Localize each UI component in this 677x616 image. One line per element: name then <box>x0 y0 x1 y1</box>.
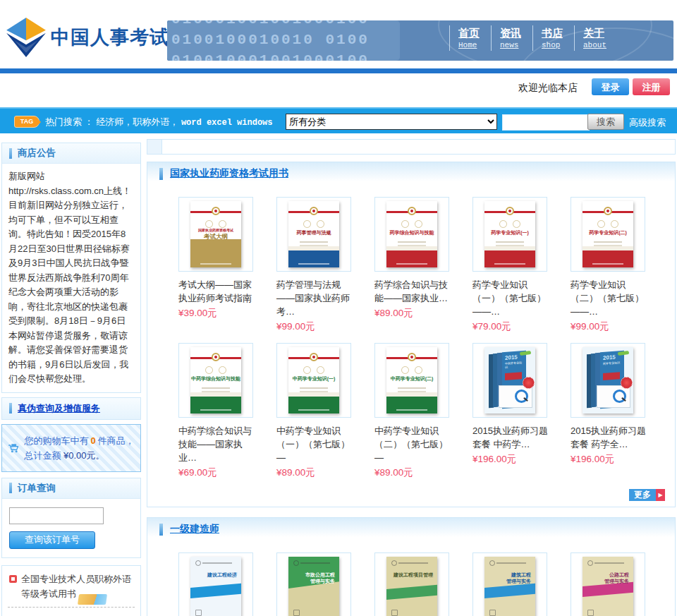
order-query-button[interactable]: 查询该订单号 <box>9 531 95 549</box>
book-cover-art: 国家执业药师资格考试考试大纲 <box>190 201 241 267</box>
book-cover-art: 建设工程经济 <box>190 557 241 616</box>
notice-box: 商店公告 新版网站 http://rsks.class.com.cn上线！目前新… <box>1 143 141 393</box>
book-cover-art: 公路工程 管理与实务 <box>583 557 633 616</box>
book-title-link[interactable]: 药学专业知识（二）（第七版）——… <box>571 278 649 318</box>
hot-search-terms-cn[interactable]: 经济师，职称外语， <box>96 116 178 127</box>
book-cover[interactable]: 药事管理与法规 <box>276 197 351 272</box>
book-section: 一级建造师 建设工程经济 2015年一级建造师 市政公用工程 管理与实务 201… <box>147 517 676 616</box>
book-cover[interactable]: 中药学专业知识(二) <box>374 343 449 418</box>
section-header: 国家执业药师资格考试用书 <box>147 162 675 185</box>
book-price: ¥89.00元 <box>374 466 449 479</box>
verify-services-link[interactable]: 真伪查询及增值服务 <box>18 402 100 415</box>
book-cover[interactable]: 药学专业知识(一) <box>472 197 547 272</box>
binary-row: 010010001001000100 <box>171 52 370 61</box>
header-banner: 010001001001000100 0100100010010 0100 01… <box>167 20 673 61</box>
topbar-icon-placeholder <box>147 140 162 154</box>
cart-summary: 您的购物车中有0件商品，总计金额 ¥0.00元。 <box>24 433 135 463</box>
book-cell: 2015中药学专业知识 2015执业药师习题套餐 中药学… ¥196.00元 <box>472 343 547 479</box>
book-price: ¥69.00元 <box>178 466 253 479</box>
book-cell: 中药学专业知识(一) 中药学专业知识（一）（第七版）— ¥89.00元 <box>276 343 351 479</box>
book-cover[interactable]: 国家执业药师资格考试考试大纲 <box>178 197 253 272</box>
notice-header: 商店公告 <box>2 143 140 164</box>
book-cover[interactable]: 公路工程 管理与实务 <box>571 552 645 616</box>
nav-shop[interactable]: 书店 shop <box>532 25 574 51</box>
register-button[interactable]: 注册 <box>633 78 670 95</box>
header-bar-icon <box>159 524 163 536</box>
notice-title: 商店公告 <box>18 147 56 159</box>
nav-news[interactable]: 资讯 news <box>491 25 532 51</box>
book-cell: 建设工程经济 2015年一级建造师 <box>178 552 253 616</box>
sections-host: 国家执业药师资格考试用书 国家执业药师资格考试考试大纲 考试大纲——国家执业药师… <box>147 162 676 616</box>
book-cover-art: 中药学综合知识与技能 <box>190 347 241 413</box>
book-price: ¥196.00元 <box>472 453 547 466</box>
header-bar-icon <box>159 168 163 180</box>
book-title-link[interactable]: 药学综合知识与技能——国家执业… <box>374 278 453 305</box>
page: 中国人事考试图书网 010001001001000100 01001000100… <box>0 0 677 616</box>
book-price: ¥89.00元 <box>276 466 351 479</box>
nav-about[interactable]: 关于 about <box>574 25 618 51</box>
section-title[interactable]: 国家执业药师资格考试用书 <box>170 167 288 180</box>
category-title-link[interactable]: 全国专业技术人员职称外语等级考试用书 <box>8 572 135 601</box>
section-title[interactable]: 一级建造师 <box>170 523 219 536</box>
book-cover-art: 药学综合知识与技能 <box>386 201 437 267</box>
book-cell: 药学综合知识与技能 药学综合知识与技能——国家执业… ¥89.00元 <box>374 197 449 333</box>
book-title-link[interactable]: 药学专业知识（一）（第七版）——… <box>472 278 551 318</box>
order-query-header: 订单查询 <box>2 478 140 499</box>
verify-box: 真伪查询及增值服务 <box>1 397 141 420</box>
book-title-link[interactable]: 中药学专业知识（二）（第七版）— <box>374 424 453 464</box>
book-cover-art: 2015药学专业知识 <box>583 347 633 413</box>
category-select[interactable]: 所有分类 <box>286 114 497 130</box>
header-bar-icon <box>9 483 12 493</box>
book-cover[interactable]: 市政公用工程 管理与实务 <box>276 552 351 616</box>
book-cover-art: 中药学专业知识(一) <box>288 347 339 413</box>
book-title-link[interactable]: 考试大纲——国家执业药师考试指南 <box>178 278 257 305</box>
book-cover[interactable]: 建设工程项目管理 <box>374 552 449 616</box>
book-cell: 建设工程项目管理 2015年一级建造师 <box>374 552 449 616</box>
more-row: 更多 ▶ <box>147 489 675 507</box>
book-cover[interactable]: 2015中药学专业知识 <box>472 343 547 418</box>
category-bullet-icon <box>9 575 17 583</box>
book-cell: 药学专业知识(一) 药学专业知识（一）（第七版）——… ¥79.00元 <box>472 197 547 333</box>
sidebar: 商店公告 新版网站 http://rsks.class.com.cn上线！目前新… <box>1 143 141 616</box>
nav-home[interactable]: 首页 Home <box>449 25 491 51</box>
book-title-link[interactable]: 中药学专业知识（一）（第七版）— <box>276 424 355 464</box>
search-input[interactable] <box>502 114 590 131</box>
book-cell: 药学专业知识(二) 药学专业知识（二）（第七版）——… ¥99.00元 <box>571 197 645 333</box>
main-topbar <box>147 139 676 155</box>
book-price: ¥99.00元 <box>276 320 351 333</box>
book-cover[interactable]: 中药学综合知识与技能 <box>178 343 253 418</box>
category-box: 全国专业技术人员职称外语等级考试用书 职称英语 职称英语综合类 职称英语理工类 <box>1 565 141 616</box>
more-label: 更多 <box>629 489 656 501</box>
book-cover[interactable]: 建筑工程 管理与实务 <box>472 552 547 616</box>
search-button[interactable]: 搜索 <box>587 114 624 130</box>
cart-icon <box>8 439 20 457</box>
book-price: ¥99.00元 <box>571 320 645 333</box>
book-cell: 公路工程 管理与实务 2015年一级建造师 <box>571 552 645 616</box>
cart-box[interactable]: 您的购物车中有0件商品，总计金额 ¥0.00元。 <box>1 424 141 472</box>
book-cover[interactable]: 中药学专业知识(一) <box>276 343 351 418</box>
book-cover[interactable]: 药学专业知识(二) <box>571 197 645 272</box>
book-title-link[interactable]: 药学管理与法规——国家执业药师考… <box>276 278 355 318</box>
header-divider-bar <box>0 68 677 73</box>
binary-row: 0100100010010 0100 <box>171 32 370 48</box>
cart-amount: ¥0.00元。 <box>63 450 105 461</box>
book-price: ¥79.00元 <box>472 320 547 333</box>
hot-search-terms-en[interactable]: word excel windows <box>181 118 273 128</box>
binary-row: 010001001001000100 <box>171 20 370 28</box>
book-cover[interactable]: 药学综合知识与技能 <box>374 197 449 272</box>
book-title-link[interactable]: 2015执业药师习题套餐 中药学… <box>472 424 551 451</box>
book-cover[interactable]: 建设工程经济 <box>178 552 253 616</box>
divider <box>8 607 135 608</box>
order-number-input[interactable] <box>9 507 104 524</box>
book-title-link[interactable]: 2015执业药师习题套餐 药学全… <box>571 424 649 451</box>
more-button[interactable]: 更多 ▶ <box>629 489 665 501</box>
book-cover[interactable]: 2015药学专业知识 <box>571 343 645 418</box>
advanced-search-link[interactable]: 高级搜索 <box>629 116 666 129</box>
header-bar-icon <box>9 148 12 159</box>
book-cover-art: 市政公用工程 管理与实务 <box>288 557 339 616</box>
logo-book-icon <box>4 16 48 59</box>
book-cell: 国家执业药师资格考试考试大纲 考试大纲——国家执业药师考试指南 ¥39.00元 <box>178 197 253 333</box>
login-button[interactable]: 登录 <box>592 78 629 95</box>
category-group-link[interactable]: 职称英语 <box>8 612 135 616</box>
book-title-link[interactable]: 中药学综合知识与技能——国家执业… <box>178 424 257 464</box>
